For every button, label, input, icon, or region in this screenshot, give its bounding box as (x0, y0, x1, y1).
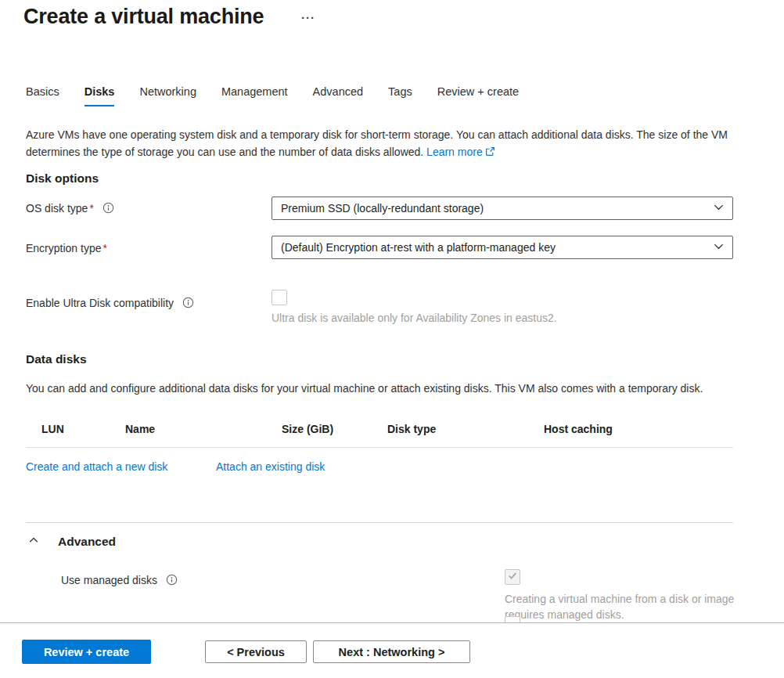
encryption-type-value: (Default) Encryption at-rest with a plat… (281, 241, 556, 254)
learn-more-label: Learn more (426, 146, 483, 158)
checkmark-icon (507, 570, 518, 584)
column-header-lun: LUN (41, 423, 64, 435)
tab-disks[interactable]: Disks (85, 85, 115, 106)
section-divider (26, 522, 733, 523)
column-header-name: Name (125, 423, 155, 435)
ultra-disk-label: Enable Ultra Disk compatibility (26, 297, 194, 311)
external-link-icon (485, 145, 495, 162)
info-icon[interactable] (102, 202, 114, 216)
os-disk-type-label-text: OS disk type (26, 202, 88, 215)
ultra-disk-label-text: Enable Ultra Disk compatibility (26, 297, 174, 309)
os-disk-type-label: OS disk type* (26, 202, 114, 216)
table-divider (26, 447, 733, 448)
column-header-host-caching: Host caching (544, 423, 613, 435)
advanced-section-toggle[interactable]: Advanced (28, 535, 116, 549)
use-managed-disks-label: Use managed disks (61, 574, 178, 588)
chevron-down-icon (713, 240, 725, 254)
wizard-footer: Review + create < Previous Next : Networ… (0, 622, 784, 678)
required-asterisk: * (103, 242, 107, 254)
attach-existing-disk-link[interactable]: Attach an existing disk (216, 460, 325, 473)
next-networking-button[interactable]: Next : Networking > (313, 640, 470, 663)
required-asterisk: * (89, 202, 93, 215)
tab-management[interactable]: Management (221, 85, 288, 106)
ultra-disk-checkbox[interactable] (272, 290, 287, 305)
info-icon[interactable] (166, 574, 178, 588)
learn-more-link[interactable]: Learn more (426, 146, 495, 158)
review-create-button[interactable]: Review + create (22, 640, 151, 664)
chevron-down-icon (713, 201, 725, 215)
tab-basics[interactable]: Basics (26, 85, 59, 106)
tab-tags[interactable]: Tags (388, 85, 412, 106)
ultra-disk-hint: Ultra disk is available only for Availab… (272, 312, 717, 324)
column-header-disk-type: Disk type (387, 423, 436, 435)
page-title: Create a virtual machine (23, 5, 264, 29)
data-disks-description: You can add and configure additional dat… (26, 380, 735, 398)
advanced-heading: Advanced (58, 535, 116, 549)
disks-intro-text: Azure VMs have one operating system disk… (26, 127, 735, 161)
data-disks-heading: Data disks (26, 352, 87, 366)
os-disk-type-dropdown[interactable]: Premium SSD (locally-redundant storage) (272, 197, 733, 220)
previous-button[interactable]: < Previous (205, 640, 307, 663)
encryption-type-label-text: Encryption type (26, 242, 102, 254)
tab-networking[interactable]: Networking (139, 85, 196, 106)
encryption-type-dropdown[interactable]: (Default) Encryption at-rest with a plat… (272, 236, 733, 259)
info-icon[interactable] (182, 297, 194, 311)
use-managed-disks-hint: Creating a virtual machine from a disk o… (505, 591, 771, 622)
column-header-size: Size (GiB) (282, 423, 333, 435)
use-managed-disks-label-text: Use managed disks (61, 574, 157, 586)
tab-advanced[interactable]: Advanced (313, 85, 364, 106)
intro-text: Azure VMs have one operating system disk… (26, 128, 728, 158)
disk-options-heading: Disk options (26, 171, 99, 186)
create-attach-new-disk-link[interactable]: Create and attach a new disk (26, 460, 167, 473)
os-disk-type-value: Premium SSD (locally-redundant storage) (281, 202, 484, 215)
wizard-tabs: Basics Disks Networking Management Advan… (26, 85, 519, 106)
chevron-up-icon (28, 535, 39, 549)
tab-review-create[interactable]: Review + create (437, 85, 519, 106)
use-managed-disks-checkbox (505, 569, 520, 585)
encryption-type-label: Encryption type* (26, 242, 107, 254)
more-options-button[interactable]: ··· (301, 11, 315, 24)
create-vm-page: Create a virtual machine ··· Basics Disk… (0, 0, 784, 678)
